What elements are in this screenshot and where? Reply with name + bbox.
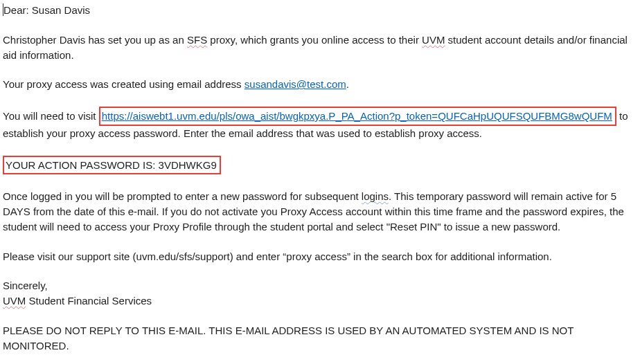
greeting-name: Susan Davis [32, 4, 90, 16]
email-text-2: . [346, 78, 349, 90]
text-logins: logins [362, 190, 389, 202]
body2-text-1: Once logged in you will be prompted to e… [3, 190, 362, 202]
action-password-label: YOUR ACTION PASSWORD IS: [6, 159, 155, 171]
proxy-email-link[interactable]: susandavis@test.com [245, 78, 346, 90]
instructions-paragraph: Once logged in you will be prompted to e… [3, 189, 634, 234]
text-sfs: SFS [187, 34, 207, 46]
signature-line-2: UVM Student Financial Services [3, 293, 634, 309]
sig-rest: Student Financial Services [26, 295, 152, 307]
visit-paragraph: You will need to visit https://aiswebt1.… [3, 107, 634, 141]
support-paragraph: Please visit our support site (uvm.edu/s… [3, 249, 634, 264]
visit-text-1: You will need to visit [3, 110, 99, 122]
email-body: Dear: Susan Davis Christopher Davis has … [0, 0, 640, 353]
proxy-setup-link[interactable]: https://aiswebt1.uvm.edu/pls/owa_aist/bw… [102, 110, 612, 122]
email-paragraph: Your proxy access was created using emai… [3, 77, 634, 92]
intro-text-1: Christopher Davis has set you up as an [3, 34, 187, 46]
email-text-1: Your proxy access was created using emai… [3, 78, 245, 90]
signature-block: Sincerely, UVM Student Financial Service… [3, 278, 634, 309]
footer-notice: PLEASE DO NOT REPLY TO THIS E-MAIL. THIS… [3, 323, 634, 354]
greeting-prefix: Dear: [3, 4, 29, 16]
highlight-url-box: https://aiswebt1.uvm.edu/pls/owa_aist/bw… [99, 107, 616, 126]
signature-line-1: Sincerely, [3, 278, 634, 293]
intro-text-2: proxy, which grants you online access to… [207, 34, 422, 46]
greeting-line: Dear: Susan Davis [3, 3, 634, 18]
action-password-paragraph: YOUR ACTION PASSWORD IS: 3VDHWKG9 [3, 156, 634, 175]
highlight-password-box: YOUR ACTION PASSWORD IS: 3VDHWKG9 [3, 156, 221, 175]
intro-paragraph: Christopher Davis has set you up as an S… [3, 33, 634, 63]
text-uvm: UVM [422, 34, 445, 46]
action-password-value: 3VDHWKG9 [159, 159, 217, 171]
sig-uvm: UVM [3, 295, 26, 307]
